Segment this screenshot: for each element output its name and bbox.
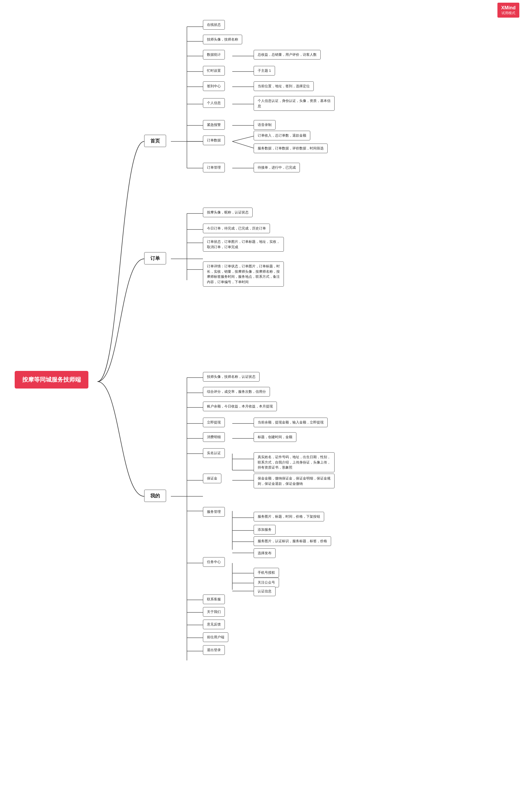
home-busy-setting: 忙时设置 [203,66,225,76]
mine-user-side: 前往用户端 [203,632,228,642]
mine-deposit: 保证金 [203,474,221,483]
mine-about: 关于我们 [203,607,225,617]
root-node: 按摩等同城服务技师端 [15,371,88,389]
category-mine: 我的 [144,490,166,502]
mine-realname-detail1: 真实姓名，证件号码，地址，出生日期，性别，联系方式，自我介绍，上传身份证，头像上… [254,452,335,472]
mine-task-center-sub1: 手机号授权 [254,568,279,578]
mine-realname: 实名认证 [203,448,225,458]
category-home: 首页 [144,135,166,147]
mine-withdraw: 立即提现 [203,418,225,427]
home-emergency: 紧急报警 [203,120,225,130]
mine-withdraw-detail: 当前余额，提现金额，输入金额，立即提现 [254,418,328,427]
mindmap: XMind 试用模式 按摩等同城服务技师端 [0,0,522,812]
mine-feedback: 意见反馈 [203,620,225,629]
home-order-data-detail2: 服务数据，订单数据，评价数据，时间筛选 [254,144,328,153]
xmind-title: XMind [501,5,516,11]
home-personal-info-detail: 个人信息认证，身份认证，头像，资质，基本信息 [254,96,335,111]
home-busy-setting-detail: 子主题 1 [254,66,275,76]
home-order-data-detail1: 订单收入，总订单数，退款金额 [254,131,310,140]
xmind-subtitle: 试用模式 [501,11,516,16]
mine-avatar: 技师头像，技师名称，认证状态 [203,372,260,381]
order-avatar: 按摩头像，昵称，认证状态 [203,208,253,217]
home-data-stats: 数据统计 [203,50,225,60]
mine-service-manage-sub1: 服务图片，标题，时间，价格，下架按钮 [254,512,324,521]
home-order-data: 订单数据 [203,136,225,145]
mine-expense: 消费明细 [203,432,225,442]
mine-expense-detail: 标题，创建时间，金额 [254,432,296,442]
home-emergency-detail: 语音录制 [254,120,276,130]
home-data-stats-detail: 总收益，总销量，用户评价，访客人数 [254,50,321,60]
order-status: 订单状态，订单图片，订单标题，地址，实收，取消订单，订单完成 [203,237,284,252]
mine-service-manage-sub3: 服务图片，认证标识，服务标题，标签，价格 [254,536,331,546]
order-detail: 订单详情：订单状态，订单图片，订单标题，时长，实收，销量，按摩师头像，按摩师名称… [203,262,284,287]
mine-score: 综合评分，成交率，服务次数，信用分 [203,387,270,397]
mine-logout: 退出登录 [203,645,225,655]
home-avatar-name: 技师头像，技师名称 [203,35,242,44]
mine-service-manage-sub2: 添加服务 [254,525,276,535]
home-order-manage: 订单管理 [203,163,225,172]
mine-task-center: 任务中心 [203,557,225,567]
order-today: 今日订单，待完成，已完成，历史订单 [203,224,270,233]
mine-task-center-sub2: 关注公众号 [254,578,279,587]
home-checkin-center: 签到中心 [203,81,225,91]
svg-line-16 [232,136,254,141]
mine-contact: 联系客服 [203,595,225,604]
mine-service-manage: 服务管理 [203,507,225,517]
home-online-status: 在线状态 [203,20,225,29]
mine-deposit-detail: 保金金额，缴纳保证金，保证金明细，保证金规则，保证金退款，保证金缴纳 [254,474,335,488]
mine-task-center-sub3: 认证信息 [254,586,276,596]
svg-line-17 [232,141,254,148]
home-order-manage-detail: 待接单，进行中，已完成 [254,163,300,172]
category-order: 订单 [144,252,166,265]
mine-account: 账户余额，今日收益，本月收益，本月提现 [203,402,277,411]
xmind-badge: XMind 试用模式 [498,3,519,18]
mine-service-manage-sub4: 选择发布 [254,548,276,558]
home-checkin-center-detail: 当前位置，地址，签到，选择定位 [254,81,314,91]
home-personal-info: 个人信息 [203,98,225,108]
